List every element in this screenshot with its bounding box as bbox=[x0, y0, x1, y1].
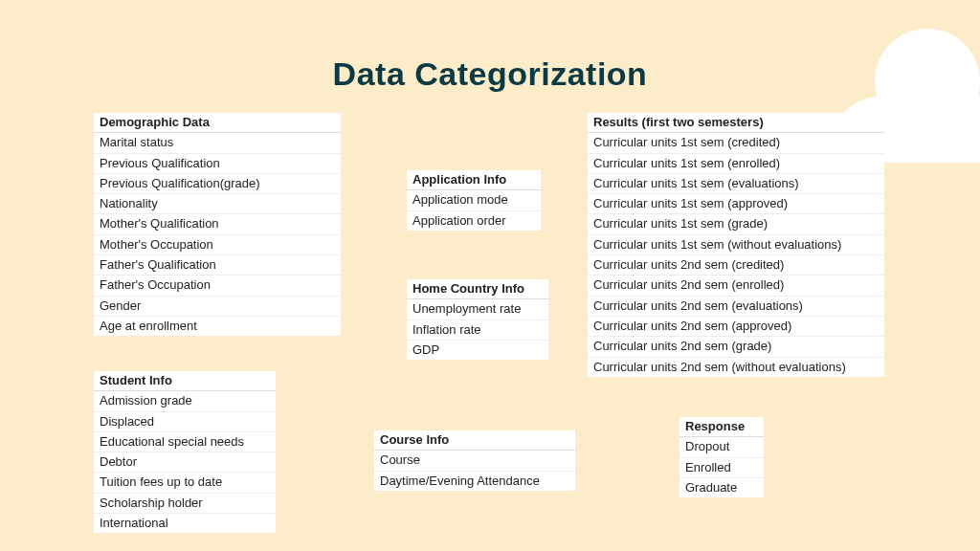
table-row: Curricular units 1st sem (evaluations) bbox=[588, 174, 884, 194]
table-row: GDP bbox=[407, 341, 548, 360]
table-row: Inflation rate bbox=[407, 320, 548, 341]
home-country-rows: Unemployment rateInflation rateGDP bbox=[407, 299, 548, 360]
table-row: Curricular units 2nd sem (grade) bbox=[588, 337, 884, 357]
application-table: Application Info Application modeApplica… bbox=[407, 170, 541, 231]
table-row: Curricular units 2nd sem (evaluations) bbox=[588, 297, 884, 317]
table-row: Course bbox=[374, 451, 575, 471]
course-info-rows: CourseDaytime/Evening Attendance bbox=[374, 451, 575, 491]
table-row: Age at enrollment bbox=[94, 317, 341, 336]
table-row: Previous Qualification bbox=[94, 154, 341, 174]
table-row: Mother's Qualification bbox=[94, 214, 341, 234]
table-row: Previous Qualification(grade) bbox=[94, 174, 341, 194]
table-row: Tuition fees up to date bbox=[94, 473, 276, 493]
demographic-table: Demographic Data Marital statusPrevious … bbox=[94, 113, 341, 336]
table-row: Educational special needs bbox=[94, 432, 276, 452]
results-rows: Curricular units 1st sem (credited)Curri… bbox=[588, 133, 884, 377]
home-country-header: Home Country Info bbox=[407, 279, 548, 299]
table-row: Curricular units 1st sem (without evalua… bbox=[588, 235, 884, 255]
home-country-table: Home Country Info Unemployment rateInfla… bbox=[407, 279, 548, 360]
table-row: Curricular units 2nd sem (without evalua… bbox=[588, 358, 884, 377]
table-row: Unemployment rate bbox=[407, 299, 548, 320]
course-info-table: Course Info CourseDaytime/Evening Attend… bbox=[374, 430, 575, 491]
table-row: Mother's Occupation bbox=[94, 235, 341, 255]
response-table: Response DropoutEnrolledGraduate bbox=[679, 417, 764, 497]
table-row: Gender bbox=[94, 297, 341, 317]
demographic-header: Demographic Data bbox=[94, 113, 341, 133]
table-row: Curricular units 2nd sem (enrolled) bbox=[588, 276, 884, 296]
table-row: Application order bbox=[407, 211, 541, 231]
table-row: Curricular units 1st sem (grade) bbox=[588, 214, 884, 234]
table-row: Displaced bbox=[94, 412, 276, 432]
table-row: Curricular units 1st sem (enrolled) bbox=[588, 154, 884, 174]
student-info-rows: Admission gradeDisplacedEducational spec… bbox=[94, 391, 276, 533]
table-row: Curricular units 2nd sem (credited) bbox=[588, 255, 884, 276]
course-info-header: Course Info bbox=[374, 430, 575, 451]
table-row: Graduate bbox=[679, 478, 764, 497]
table-row: Enrolled bbox=[679, 458, 764, 478]
table-row: Curricular units 2nd sem (approved) bbox=[588, 317, 884, 337]
table-row: Nationality bbox=[94, 194, 341, 214]
table-row: Admission grade bbox=[94, 391, 276, 411]
student-info-table: Student Info Admission gradeDisplacedEdu… bbox=[94, 371, 276, 533]
table-row: International bbox=[94, 514, 276, 533]
table-row: Debtor bbox=[94, 452, 276, 473]
student-info-header: Student Info bbox=[94, 371, 276, 391]
application-rows: Application modeApplication order bbox=[407, 190, 541, 231]
page-title: Data Categorization bbox=[0, 0, 980, 102]
response-header: Response bbox=[679, 417, 764, 437]
application-header: Application Info bbox=[407, 170, 541, 190]
results-header: Results (first two semesters) bbox=[588, 113, 884, 133]
table-row: Dropout bbox=[679, 437, 764, 457]
table-row: Scholarship holder bbox=[94, 494, 276, 514]
results-table: Results (first two semesters) Curricular… bbox=[588, 113, 884, 377]
table-row: Father's Occupation bbox=[94, 276, 341, 296]
table-row: Curricular units 1st sem (approved) bbox=[588, 194, 884, 214]
table-row: Daytime/Evening Attendance bbox=[374, 472, 575, 491]
table-row: Father's Qualification bbox=[94, 255, 341, 276]
table-row: Application mode bbox=[407, 190, 541, 210]
demographic-rows: Marital statusPrevious QualificationPrev… bbox=[94, 133, 341, 336]
table-row: Marital status bbox=[94, 133, 341, 153]
table-row: Curricular units 1st sem (credited) bbox=[588, 133, 884, 153]
response-rows: DropoutEnrolledGraduate bbox=[679, 437, 764, 497]
